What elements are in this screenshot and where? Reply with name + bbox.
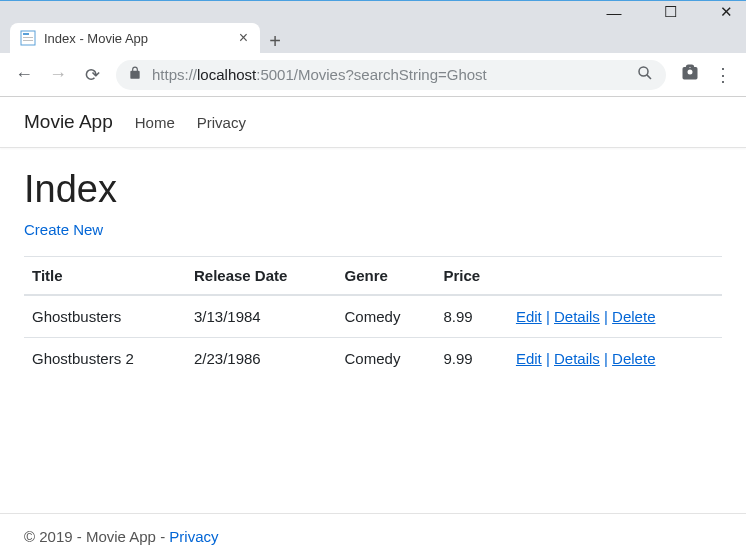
lock-icon	[128, 66, 142, 83]
svg-point-4	[639, 67, 648, 76]
delete-link[interactable]: Delete	[612, 350, 655, 367]
app-brand[interactable]: Movie App	[24, 111, 113, 133]
cell-release: 2/23/1986	[186, 338, 337, 380]
col-genre: Genre	[337, 257, 436, 296]
browser-chrome: — ☐ ✕ Index - Movie App × + ← → ⟳ https:…	[0, 1, 746, 97]
page-viewport: Movie App Home Privacy Index Create New …	[0, 97, 746, 559]
edit-link[interactable]: Edit	[516, 350, 542, 367]
details-link[interactable]: Details	[554, 308, 600, 325]
movies-table: Title Release Date Genre Price Ghostbust…	[24, 256, 722, 379]
search-in-page-icon[interactable]	[636, 64, 654, 85]
tab-strip: Index - Movie App × +	[0, 23, 746, 53]
menu-icon[interactable]: ⋮	[714, 64, 732, 86]
col-actions	[508, 257, 722, 296]
favicon-icon	[20, 30, 36, 46]
forward-button[interactable]: →	[48, 64, 68, 85]
cell-title: Ghostbusters 2	[24, 338, 186, 380]
main-content: Index Create New Title Release Date Genr…	[0, 148, 746, 459]
table-row: Ghostbusters3/13/1984Comedy8.99Edit | De…	[24, 295, 722, 338]
footer-privacy-link[interactable]: Privacy	[169, 528, 218, 545]
svg-line-5	[647, 75, 651, 79]
close-tab-icon[interactable]: ×	[239, 29, 248, 47]
delete-link[interactable]: Delete	[612, 308, 655, 325]
page-title: Index	[24, 168, 722, 211]
new-tab-button[interactable]: +	[260, 30, 290, 53]
app-navbar: Movie App Home Privacy	[0, 97, 746, 148]
account-icon[interactable]	[680, 62, 700, 87]
cell-title: Ghostbusters	[24, 295, 186, 338]
details-link[interactable]: Details	[554, 350, 600, 367]
cell-actions: Edit | Details | Delete	[508, 338, 722, 380]
reload-button[interactable]: ⟳	[82, 64, 102, 86]
cell-price: 8.99	[435, 295, 508, 338]
col-price: Price	[435, 257, 508, 296]
nav-link-home[interactable]: Home	[135, 114, 175, 131]
cell-genre: Comedy	[337, 295, 436, 338]
url-text: https://localhost:5001/Movies?searchStri…	[152, 66, 626, 83]
close-window-icon[interactable]: ✕	[712, 3, 740, 21]
cell-actions: Edit | Details | Delete	[508, 295, 722, 338]
svg-rect-1	[23, 33, 29, 35]
cell-genre: Comedy	[337, 338, 436, 380]
address-bar[interactable]: https://localhost:5001/Movies?searchStri…	[116, 60, 666, 90]
minimize-icon[interactable]: —	[600, 4, 628, 21]
create-new-link[interactable]: Create New	[24, 221, 103, 238]
browser-tab[interactable]: Index - Movie App ×	[10, 23, 260, 53]
window-controls: — ☐ ✕	[0, 1, 746, 23]
col-title: Title	[24, 257, 186, 296]
table-row: Ghostbusters 22/23/1986Comedy9.99Edit | …	[24, 338, 722, 380]
cell-price: 9.99	[435, 338, 508, 380]
table-header-row: Title Release Date Genre Price	[24, 257, 722, 296]
nav-link-privacy[interactable]: Privacy	[197, 114, 246, 131]
browser-toolbar: ← → ⟳ https://localhost:5001/Movies?sear…	[0, 53, 746, 97]
svg-rect-3	[23, 40, 33, 41]
back-button[interactable]: ←	[14, 64, 34, 85]
footer: © 2019 - Movie App - Privacy	[0, 513, 746, 559]
tab-title: Index - Movie App	[44, 31, 148, 46]
svg-rect-2	[23, 37, 33, 38]
cell-release: 3/13/1984	[186, 295, 337, 338]
edit-link[interactable]: Edit	[516, 308, 542, 325]
footer-text: © 2019 - Movie App -	[24, 528, 169, 545]
col-release: Release Date	[186, 257, 337, 296]
maximize-icon[interactable]: ☐	[656, 3, 684, 21]
